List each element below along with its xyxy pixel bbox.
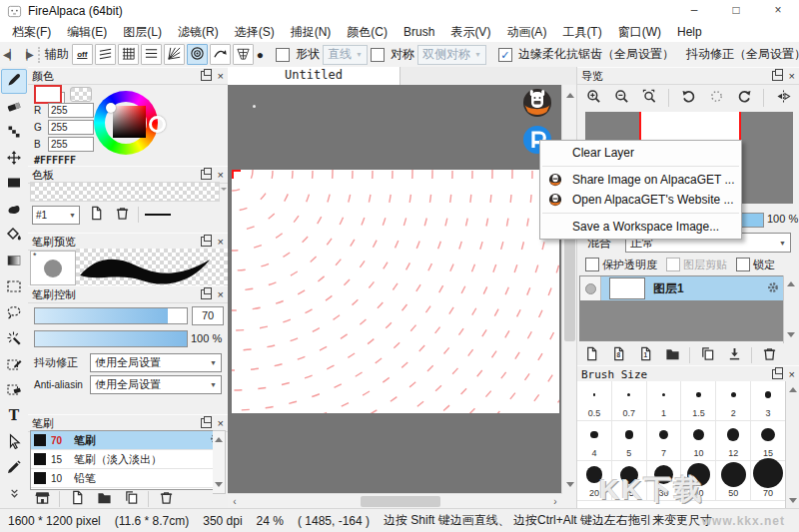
brush-size-cell[interactable]: 2 [716, 381, 751, 421]
context-menu-item[interactable]: Share Image on AlpacaGET ... [540, 170, 741, 190]
menu-item[interactable]: 滤镜(R) [170, 22, 227, 42]
brush-size-cell[interactable]: 10 [681, 421, 716, 461]
scroll-left-icon[interactable]: ‹ [228, 494, 242, 509]
brush-list-item[interactable]: 10铅笔 [31, 469, 225, 488]
shape-checkbox[interactable] [276, 48, 290, 62]
shape-select[interactable]: 直线▼ [323, 45, 368, 65]
r-value-field[interactable]: 255 [48, 103, 94, 118]
document-canvas[interactable] [232, 170, 559, 413]
menu-item[interactable]: 捕捉(N) [283, 22, 340, 42]
doc8-button[interactable]: 8 [608, 346, 628, 365]
pen-tool-button[interactable] [1, 456, 27, 481]
scroll-right-icon[interactable]: › [548, 494, 562, 509]
antialias-checkbox[interactable]: ✓ [498, 48, 512, 62]
brush-size-cell[interactable]: 0.5 [577, 381, 612, 421]
palette-slot-select[interactable]: #1▼ [32, 206, 80, 225]
store-button[interactable] [32, 490, 52, 509]
brush-size-cell[interactable]: 70 [751, 461, 786, 501]
folder-button[interactable] [94, 490, 114, 509]
wheel-marker[interactable] [106, 103, 116, 113]
new-doc-button[interactable] [581, 346, 601, 365]
close-panel-icon[interactable]: × [218, 170, 224, 180]
minimize-button[interactable]: – [673, 0, 715, 22]
b-value-field[interactable]: 255 [48, 137, 94, 152]
symmetry-select[interactable]: 双侧对称▼ [417, 45, 486, 65]
brush-dot-icon[interactable]: ● [257, 48, 264, 62]
close-panel-icon[interactable]: × [218, 418, 224, 428]
brush-list-scrollbar[interactable] [213, 430, 226, 494]
context-menu-item[interactable]: Save a Workspace Image... [540, 217, 741, 237]
maximize-button[interactable]: □ [715, 0, 757, 22]
float-panel-icon[interactable] [201, 237, 212, 247]
context-menu-item[interactable]: Open AlpacaGET's Website ... [540, 190, 741, 210]
close-panel-icon[interactable]: × [218, 289, 224, 299]
layer-checkbox-option[interactable]: 保护透明度 [585, 258, 657, 272]
layer-list-scrollbar[interactable] [783, 275, 797, 343]
scroll-up-icon[interactable] [562, 85, 577, 99]
snap-radial-button[interactable] [164, 44, 185, 65]
trash-button[interactable] [156, 490, 176, 509]
fill-rect-tool-button[interactable] [1, 173, 27, 198]
zoom-fit-button[interactable] [637, 86, 661, 110]
float-panel-icon[interactable] [201, 418, 212, 428]
jitter-correction-select[interactable]: 使用全局设置▼ [90, 353, 222, 372]
duplicate-button[interactable] [697, 346, 717, 365]
smudge-tool-button[interactable] [1, 198, 27, 223]
prev-tab-button[interactable]: ◀▏ [3, 49, 16, 60]
brush-size-slider[interactable] [34, 307, 188, 324]
more-tools-button[interactable] [1, 482, 27, 507]
close-panel-icon[interactable]: × [218, 237, 224, 247]
merge-down-button[interactable] [724, 346, 744, 365]
brush-list-item[interactable]: 70笔刷 [31, 431, 225, 450]
document-tab[interactable]: Untitled [228, 67, 400, 85]
brush-list-item[interactable]: 15笔刷（淡入淡出） [31, 450, 225, 469]
snap-concentric-button[interactable] [187, 44, 208, 65]
layer-checkbox-option[interactable]: 锁定 [736, 258, 775, 272]
menu-item[interactable]: 窗口(W) [610, 22, 669, 42]
layer-checkbox-disabled[interactable]: 图层剪贴 [666, 258, 727, 272]
move-tool-button[interactable] [1, 147, 27, 172]
close-panel-icon[interactable]: × [789, 369, 795, 379]
brush-tool-button[interactable] [1, 69, 27, 94]
float-panel-icon[interactable] [201, 71, 212, 81]
next-tab-button[interactable]: ▕▶ [19, 49, 32, 60]
trash-button[interactable] [759, 346, 779, 365]
context-menu-item[interactable]: Clear Layer [540, 143, 741, 163]
snap-parallel-button[interactable] [95, 44, 116, 65]
new-doc-button[interactable] [86, 206, 106, 224]
select-pen-tool-button[interactable] [1, 353, 27, 378]
brush-size-cell[interactable]: 12 [716, 421, 751, 461]
text-tool-button[interactable]: T [1, 404, 27, 429]
rotate-reset-button[interactable] [704, 86, 728, 110]
hue-marker[interactable] [149, 116, 166, 133]
canvas-viewport[interactable] [228, 85, 562, 494]
menu-item[interactable]: 颜色(C) [339, 22, 396, 42]
gradient-tool-button[interactable] [1, 250, 27, 274]
menu-item[interactable]: 表示(V) [442, 22, 498, 42]
menu-item[interactable]: 选择(S) [227, 22, 283, 42]
brush-size-cell[interactable]: 0.7 [612, 381, 647, 421]
zoom-out-button[interactable] [609, 86, 633, 110]
saturation-value-square[interactable] [113, 106, 146, 138]
brush-size-cell[interactable]: 3 [751, 381, 786, 421]
brush-size-cell[interactable]: 4 [577, 421, 612, 461]
snap-curve-button[interactable] [210, 44, 231, 65]
duplicate-button[interactable] [121, 490, 141, 509]
symmetry-checkbox[interactable] [371, 48, 385, 62]
palette-swatch-area[interactable] [30, 182, 220, 202]
layer-visibility-cell[interactable] [580, 276, 601, 300]
menu-item[interactable]: 工具(T) [554, 22, 609, 42]
canvas-horizontal-scrollbar[interactable]: ‹ › [228, 493, 562, 509]
palette-scroll-icon[interactable] [221, 188, 227, 194]
rect-select-tool-button[interactable] [1, 275, 27, 300]
brush-size-cell[interactable]: 1 [647, 381, 682, 421]
layer-gear-icon[interactable] [766, 280, 780, 297]
brush-size-scrollbar[interactable] [785, 381, 799, 509]
brush-size-cell[interactable]: 5 [612, 421, 647, 461]
menu-item[interactable]: 编辑(E) [59, 22, 115, 42]
brush-size-cell[interactable]: 15 [751, 421, 786, 461]
snap-perspective-button[interactable] [233, 44, 254, 65]
scroll-down-icon[interactable] [562, 480, 577, 494]
rotate-ccw-button[interactable] [676, 86, 700, 110]
antialias-select[interactable]: 使用全局设置▼ [90, 375, 222, 394]
